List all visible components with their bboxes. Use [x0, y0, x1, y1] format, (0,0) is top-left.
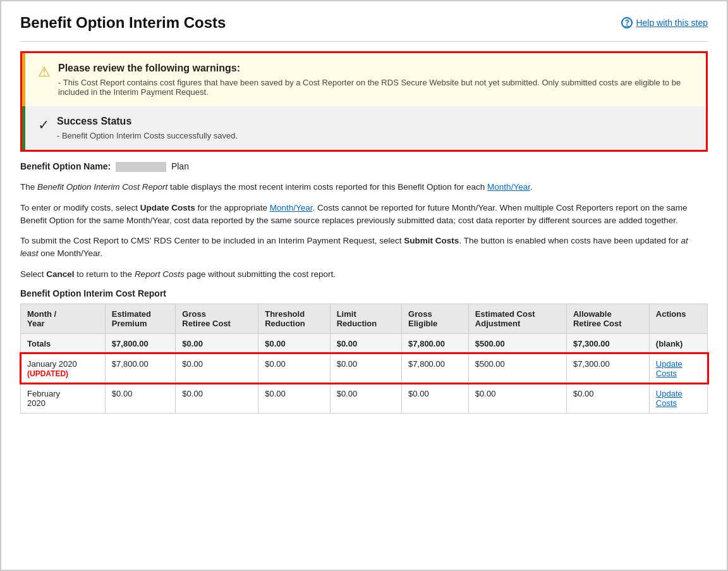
- totals-estimated-premium: $7,800.00: [105, 333, 176, 353]
- updated-label-jan: (UPDATED): [27, 369, 68, 378]
- cell-month-year-feb: February2020: [21, 383, 106, 413]
- benefit-option-label: Benefit Option Name:: [20, 161, 111, 171]
- cell-limit-reduction-jan: $0.00: [330, 353, 401, 383]
- page-title: Benefit Option Interim Costs: [20, 14, 226, 32]
- table-header-row: Month /Year EstimatedPremium GrossRetire…: [21, 304, 708, 333]
- benefit-option-suffix: Plan: [171, 161, 189, 171]
- cell-gross-retiree-cost-jan: $0.00: [176, 353, 258, 383]
- table-row-january-2020: January 2020 (UPDATED) $7,800.00 $0.00 $…: [21, 353, 708, 383]
- cell-gross-eligible-jan: $7,800.00: [402, 353, 469, 383]
- update-costs-link-feb[interactable]: UpdateCosts: [656, 389, 682, 408]
- cell-threshold-reduction-feb: $0.00: [258, 383, 330, 413]
- totals-allowable-retiree-cost: $7,300.00: [566, 333, 649, 353]
- col-month-year: Month /Year: [21, 304, 106, 333]
- notifications-container: ⚠ Please review the following warnings: …: [20, 51, 708, 152]
- success-text: - Benefit Option Interim Costs successfu…: [57, 131, 238, 140]
- update-costs-link-jan[interactable]: UpdateCosts: [656, 359, 682, 378]
- page-wrapper: Benefit Option Interim Costs ? Help with…: [0, 0, 728, 571]
- totals-limit-reduction: $0.00: [330, 333, 401, 353]
- col-limit-reduction: LimitReduction: [330, 304, 401, 333]
- col-threshold-reduction: ThresholdReduction: [258, 304, 330, 333]
- col-actions: Actions: [649, 304, 707, 333]
- table-body: Totals $7,800.00 $0.00 $0.00 $0.00 $7,80…: [21, 333, 708, 413]
- warning-box: ⚠ Please review the following warnings: …: [22, 53, 706, 106]
- cell-estimated-premium-feb: $0.00: [105, 383, 176, 413]
- success-content: Success Status - Benefit Option Interim …: [57, 116, 238, 140]
- warning-title: Please review the following warnings:: [58, 63, 696, 74]
- cost-table: Month /Year EstimatedPremium GrossRetire…: [20, 304, 708, 414]
- cell-allowable-retiree-cost-jan: $7,300.00: [566, 353, 649, 383]
- col-gross-eligible: GrossEligible: [402, 304, 469, 333]
- cell-gross-retiree-cost-feb: $0.00: [176, 383, 258, 413]
- description-2: To enter or modify costs, select Update …: [20, 202, 708, 228]
- totals-label: Totals: [21, 333, 106, 353]
- success-icon: ✓: [38, 117, 49, 133]
- warning-icon: ⚠: [38, 64, 51, 80]
- cell-estimated-premium-jan: $7,800.00: [105, 353, 176, 383]
- col-allowable-retiree-cost: AllowableRetiree Cost: [566, 304, 649, 333]
- col-gross-retiree-cost: GrossRetiree Cost: [176, 304, 258, 333]
- cell-estimated-cost-adjustment-jan: $500.00: [468, 353, 566, 383]
- warning-content: Please review the following warnings: - …: [58, 63, 696, 97]
- description-1: The Benefit Option Interim Cost Report t…: [20, 181, 708, 193]
- totals-estimated-cost-adjustment: $500.00: [468, 333, 566, 353]
- table-row-february-2020: February2020 $0.00 $0.00 $0.00 $0.00 $0.…: [21, 383, 708, 413]
- cell-actions-jan[interactable]: UpdateCosts: [649, 353, 707, 383]
- totals-threshold-reduction: $0.00: [258, 333, 330, 353]
- cell-threshold-reduction-jan: $0.00: [258, 353, 330, 383]
- description-4: Select Cancel to return to the Report Co…: [20, 268, 708, 281]
- cell-actions-feb[interactable]: UpdateCosts: [649, 383, 707, 413]
- col-estimated-premium: EstimatedPremium: [105, 304, 176, 333]
- benefit-option-name: Benefit Option Name: Plan: [20, 161, 708, 172]
- totals-actions: (blank): [649, 333, 707, 353]
- table-header: Month /Year EstimatedPremium GrossRetire…: [21, 304, 708, 333]
- totals-gross-eligible: $7,800.00: [402, 333, 469, 353]
- cell-month-year-jan: January 2020 (UPDATED): [21, 353, 106, 383]
- cell-estimated-cost-adjustment-feb: $0.00: [468, 383, 566, 413]
- cell-allowable-retiree-cost-feb: $0.00: [566, 383, 649, 413]
- benefit-option-name-placeholder: [116, 162, 166, 172]
- description-3: To submit the Cost Report to CMS' RDS Ce…: [20, 235, 708, 261]
- success-box: ✓ Success Status - Benefit Option Interi…: [22, 106, 706, 150]
- help-link-text: Help with this step: [636, 18, 708, 28]
- help-link[interactable]: ? Help with this step: [621, 17, 708, 28]
- success-title: Success Status: [57, 116, 238, 127]
- cell-limit-reduction-feb: $0.00: [330, 383, 401, 413]
- help-icon: ?: [621, 17, 633, 28]
- totals-gross-retiree-cost: $0.00: [176, 333, 258, 353]
- cell-gross-eligible-feb: $0.00: [402, 383, 469, 413]
- totals-row: Totals $7,800.00 $0.00 $0.00 $0.00 $7,80…: [21, 333, 708, 353]
- warning-text: - This Cost Report contains cost figures…: [58, 78, 696, 97]
- page-header: Benefit Option Interim Costs ? Help with…: [20, 14, 708, 42]
- table-section-title: Benefit Option Interim Cost Report: [20, 288, 708, 298]
- col-estimated-cost-adjustment: Estimated CostAdjustment: [468, 304, 566, 333]
